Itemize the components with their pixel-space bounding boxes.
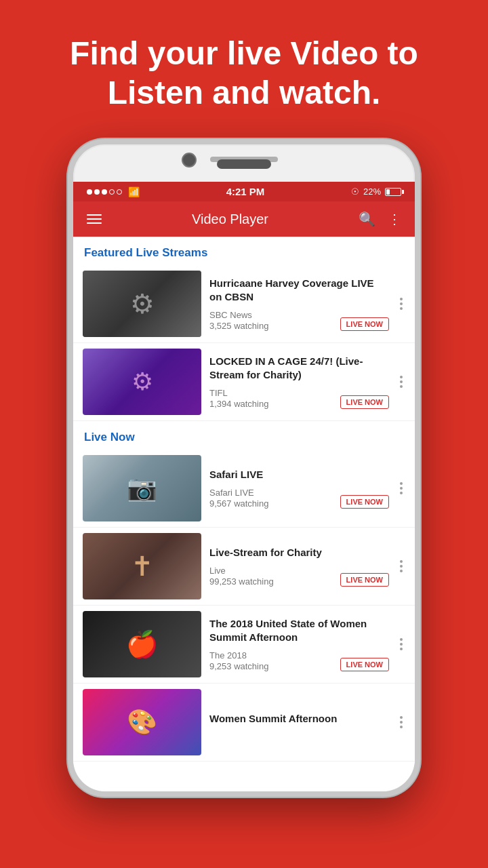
stream-item-cage[interactable]: LOCKED IN A CAGE 24/7! (Live-Stream for … [73, 343, 415, 421]
content-area[interactable]: Featured Live Streams Hurricaane Harvey … [73, 237, 415, 791]
stream-thumbnail-charity [83, 533, 201, 599]
signal-dots [87, 189, 122, 195]
stream-thumbnail-safari [83, 455, 201, 521]
hamburger-line-2 [87, 218, 102, 220]
thumb-harvey-img [83, 271, 201, 337]
phone-screen: 📶 4:21 PM ☉ 22% Video Player [73, 182, 415, 791]
app-bar-actions: 🔍 ⋮ [359, 211, 401, 227]
stream-meta-left-women2018: The 2018 9,253 watching [209, 650, 268, 671]
stream-meta-left-safari: Safari LIVE 9,567 watching [209, 488, 268, 509]
stream-item-women2018[interactable]: The 2018 United State of Women Summit Af… [73, 606, 415, 684]
wifi-icon: 📶 [128, 186, 140, 197]
stream-thumbnail-women2018 [83, 611, 201, 677]
live-badge-harvey: LIVE NOW [340, 317, 389, 331]
signal-dot-4 [109, 189, 115, 195]
hamburger-line-1 [87, 214, 102, 216]
stream-meta-harvey: SBC News 3,525 watching LIVE NOW [209, 310, 389, 331]
more-button-cage[interactable] [397, 376, 405, 388]
live-badge-charity: LIVE NOW [340, 573, 389, 587]
phone-wrapper: 📶 4:21 PM ☉ 22% Video Player [0, 132, 488, 797]
thumb-safari-img [83, 455, 201, 521]
stream-channel-charity: Live [209, 566, 274, 576]
stream-info-safari: Safari LIVE Safari LIVE 9,567 watching L… [209, 468, 389, 509]
stream-item-safari[interactable]: Safari LIVE Safari LIVE 9,567 watching L… [73, 450, 415, 528]
stream-channel-women2018: The 2018 [209, 650, 268, 660]
more-options-icon[interactable]: ⋮ [388, 211, 401, 227]
signal-dot-3 [102, 189, 107, 195]
more-button-womensum[interactable] [397, 716, 405, 728]
stream-info-womensum: Women Summit Afternoon [209, 712, 389, 732]
stream-title-cage: LOCKED IN A CAGE 24/7! (Live-Stream for … [209, 355, 389, 381]
stream-watching-women2018: 9,253 watching [209, 661, 268, 671]
stream-watching-charity: 99,253 watching [209, 576, 274, 587]
stream-channel-safari: Safari LIVE [209, 488, 268, 498]
search-icon[interactable]: 🔍 [359, 211, 375, 227]
stream-thumbnail-cage [83, 349, 201, 415]
live-badge-safari: LIVE NOW [340, 495, 389, 509]
stream-channel-harvey: SBC News [209, 310, 268, 320]
stream-meta-safari: Safari LIVE 9,567 watching LIVE NOW [209, 488, 389, 509]
stream-info-women2018: The 2018 United State of Women Summit Af… [209, 617, 389, 671]
stream-meta-left-cage: TIFL 1,394 watching [209, 388, 268, 409]
hero-section: Find your live Video to Listen and watch… [0, 0, 488, 132]
more-button-safari[interactable] [397, 482, 405, 494]
stream-thumbnail-harvey [83, 271, 201, 337]
thumb-women2018-img [83, 611, 201, 677]
stream-info-cage: LOCKED IN A CAGE 24/7! (Live-Stream for … [209, 355, 389, 409]
phone-frame: 📶 4:21 PM ☉ 22% Video Player [68, 139, 420, 797]
stream-info-harvey: Hurricaane Harvey Coverage LIVE on CBSN … [209, 277, 389, 331]
status-left: 📶 [87, 186, 140, 197]
battery-icon [385, 188, 401, 196]
app-title: Video Player [192, 212, 268, 227]
livenow-section-header: Live Now [73, 421, 415, 450]
phone-camera [182, 153, 197, 167]
more-button-harvey[interactable] [397, 298, 405, 310]
stream-item-charity[interactable]: Live-Stream for Charity Live 99,253 watc… [73, 528, 415, 606]
stream-watching-harvey: 3,525 watching [209, 321, 268, 331]
hero-text: Find your live Video to Listen and watch… [70, 35, 418, 111]
stream-watching-safari: 9,567 watching [209, 498, 268, 509]
phone-speaker [217, 159, 271, 169]
stream-meta-women2018: The 2018 9,253 watching LIVE NOW [209, 650, 389, 671]
thumb-womensum-img [83, 689, 201, 755]
app-bar: Video Player 🔍 ⋮ [73, 201, 415, 237]
stream-item-womensum[interactable]: Women Summit Afternoon [73, 684, 415, 762]
stream-meta-left-harvey: SBC News 3,525 watching [209, 310, 268, 331]
thumb-charity-img [83, 533, 201, 599]
live-badge-women2018: LIVE NOW [340, 658, 389, 671]
stream-title-women2018: The 2018 United State of Women Summit Af… [209, 617, 389, 644]
stream-meta-left-charity: Live 99,253 watching [209, 566, 274, 587]
stream-title-womensum: Women Summit Afternoon [209, 712, 389, 726]
hamburger-menu-button[interactable] [87, 214, 102, 224]
live-badge-cage: LIVE NOW [340, 395, 389, 409]
bluetooth-icon: ☉ [351, 186, 359, 197]
status-bar: 📶 4:21 PM ☉ 22% [73, 182, 415, 201]
more-button-women2018[interactable] [397, 638, 405, 650]
stream-title-charity: Live-Stream for Charity [209, 546, 389, 559]
stream-thumbnail-womensum [83, 689, 201, 755]
stream-meta-charity: Live 99,253 watching LIVE NOW [209, 566, 389, 587]
hamburger-line-3 [87, 222, 102, 224]
featured-section-header: Featured Live Streams [73, 237, 415, 265]
status-time: 4:21 PM [226, 186, 265, 197]
stream-watching-cage: 1,394 watching [209, 399, 268, 409]
stream-item-harvey[interactable]: Hurricaane Harvey Coverage LIVE on CBSN … [73, 265, 415, 343]
battery-fill [386, 189, 390, 195]
stream-title-harvey: Hurricaane Harvey Coverage LIVE on CBSN [209, 277, 389, 303]
thumb-cage-img [83, 349, 201, 415]
stream-channel-cage: TIFL [209, 388, 268, 398]
status-right: ☉ 22% [351, 186, 401, 197]
battery-percent: 22% [363, 186, 381, 197]
more-button-charity[interactable] [397, 560, 405, 572]
stream-info-charity: Live-Stream for Charity Live 99,253 watc… [209, 546, 389, 587]
stream-title-safari: Safari LIVE [209, 468, 389, 481]
signal-dot-2 [94, 189, 100, 195]
signal-dot-1 [87, 189, 92, 195]
signal-dot-5 [117, 189, 122, 195]
stream-meta-cage: TIFL 1,394 watching LIVE NOW [209, 388, 389, 409]
